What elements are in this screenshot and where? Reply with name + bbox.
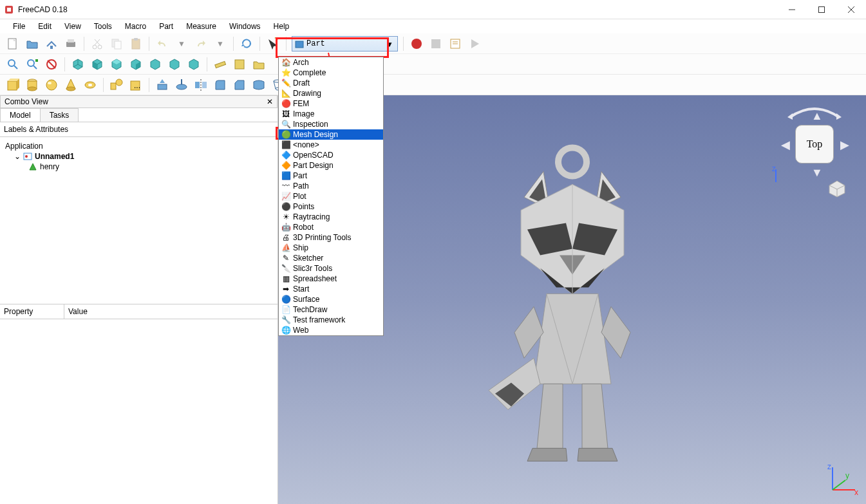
view-top-icon[interactable] [109,57,124,72]
edit-macro-icon[interactable] [447,36,463,51]
workbench-item-surface[interactable]: 🔵Surface [279,294,383,304]
tab-model[interactable]: Model [0,108,41,122]
workbench-item-openscad[interactable]: 🔷OpenSCAD [279,150,383,160]
workbench-item-draft[interactable]: ✏️Draft [279,78,383,88]
navcube-mini-icon[interactable] [827,179,847,198]
primitives-icon[interactable] [109,77,124,93]
undo-icon[interactable] [155,36,170,51]
view-front-icon[interactable] [89,57,105,72]
extrude-icon[interactable] [155,77,170,93]
workbench-item-sketcher[interactable]: ✎Sketcher [279,253,383,263]
workbench-item-complete[interactable]: ⭐Complete [279,68,383,78]
zoom-selection-icon[interactable] [24,57,40,72]
title-bar: FreeCAD 0.18 [0,0,866,19]
refresh-icon[interactable] [239,36,254,51]
workbench-item-spreadsheet[interactable]: ▦Spreadsheet [279,274,383,284]
cone-icon[interactable] [63,77,79,93]
minimize-button[interactable] [777,0,807,19]
workbench-item-techdraw[interactable]: 📄TechDraw [279,304,383,315]
ruled-surface-icon[interactable] [251,77,267,93]
3d-model[interactable] [463,139,682,474]
document-tree[interactable]: Application ⌄ Unnamed1 henry [0,137,278,304]
run-macro-icon[interactable] [467,36,482,51]
open-icon[interactable] [24,36,40,51]
view-left-icon[interactable] [186,57,202,72]
zoom-fit-icon[interactable] [5,57,21,72]
workbench-item-inspection[interactable]: 🔍Inspection [279,119,383,129]
fillet-icon[interactable] [212,77,228,93]
workbench-item-web[interactable]: 🌐Web [279,325,383,335]
cut-icon[interactable] [89,36,105,51]
menu-macro[interactable]: Macro [118,21,153,32]
draw-style-icon[interactable] [44,57,59,72]
workbench-item-none[interactable]: ⬛<none> [279,140,383,150]
print-icon[interactable] [63,36,79,51]
navcube-up-icon[interactable]: ▲ [811,109,823,123]
workbench-item-mesh-design[interactable]: 🟢Mesh Design [279,129,383,140]
workbench-item-raytracing[interactable]: ☀Raytracing [279,212,383,222]
record-macro-icon[interactable] [409,36,424,51]
measure-icon[interactable] [212,57,228,72]
copy-icon[interactable] [109,36,124,51]
navigation-cube[interactable]: Top ▲ ▼ ◀ ▶ [776,106,853,183]
workbench-item-points[interactable]: ⚫Points [279,201,383,212]
workbench-item-part[interactable]: 🟦Part [279,171,383,181]
sphere-icon[interactable] [44,77,59,93]
cube-icon[interactable] [5,77,21,93]
view-iso-icon[interactable] [70,57,86,72]
revolve-icon[interactable] [174,77,189,93]
workbench-item-robot[interactable]: 🤖Robot [279,222,383,232]
property-grid[interactable] [0,319,278,504]
workbench-item-image[interactable]: 🖼Image [279,109,383,119]
workbench-item-3d-printing[interactable]: 🖨3D Printing Tools [279,232,383,243]
menu-edit[interactable]: Edit [32,21,58,32]
workbench-item-drawing[interactable]: 📐Drawing [279,88,383,98]
tree-expand-icon[interactable]: ⌄ [14,152,21,161]
menu-windows[interactable]: Windows [223,21,267,32]
menu-tools[interactable]: Tools [88,21,118,32]
shape-builder-icon[interactable]: ... [128,77,144,93]
tree-root[interactable]: Application [5,141,272,151]
workbench-item-path[interactable]: 〰Path [279,181,383,191]
group-icon[interactable] [251,57,267,72]
combo-view-close-icon[interactable]: ✕ [267,97,273,106]
workbench-item-start[interactable]: ➡Start [279,284,383,294]
navcube-face-top[interactable]: Top [795,125,834,163]
workbench-item-fem[interactable]: 🔴FEM [279,98,383,109]
mirror-icon[interactable] [193,77,209,93]
workbench-item-ship[interactable]: ⛵Ship [279,243,383,253]
workbench-item-plot[interactable]: 📈Plot [279,191,383,201]
menu-part[interactable]: Part [153,21,180,32]
view-bottom-icon[interactable] [167,57,182,72]
navcube-left-icon[interactable]: ◀ [781,138,790,152]
cylinder-icon[interactable] [24,77,40,93]
redo-icon[interactable] [193,36,209,51]
workbench-item-arch[interactable]: 🏠Arch [279,57,383,68]
tab-tasks[interactable]: Tasks [40,108,79,122]
tree-document[interactable]: ⌄ Unnamed1 [5,151,272,162]
paste-icon[interactable] [128,36,144,51]
undo-dropdown-icon[interactable]: ▼ [174,36,189,51]
maximize-button[interactable] [807,0,836,19]
workbench-item-slic3r[interactable]: 🔪Slic3r Tools [279,263,383,274]
menu-measure[interactable]: Measure [180,21,223,32]
view-rear-icon[interactable] [147,57,163,72]
save-icon[interactable] [44,36,59,51]
navcube-right-icon[interactable]: ▶ [840,138,849,152]
menu-file[interactable]: File [6,21,32,32]
workbench-item-part-design[interactable]: 🔶Part Design [279,160,383,171]
workbench-dropdown[interactable]: 🏠Arch ⭐Complete ✏️Draft 📐Drawing 🔴FEM 🖼I… [278,57,384,336]
close-button[interactable] [836,0,866,19]
tree-item-henry[interactable]: henry [5,162,272,172]
navcube-down-icon[interactable]: ▼ [811,166,823,180]
new-icon[interactable] [5,36,21,51]
menu-view[interactable]: View [58,21,88,32]
stop-macro-icon[interactable] [428,36,444,51]
part-icon[interactable] [232,57,247,72]
workbench-item-test[interactable]: 🔧Test framework [279,315,383,325]
view-right-icon[interactable] [128,57,144,72]
torus-icon[interactable] [82,77,98,93]
menu-help[interactable]: Help [267,21,296,32]
chamfer-icon[interactable] [232,77,247,93]
redo-dropdown-icon[interactable]: ▼ [212,36,228,51]
